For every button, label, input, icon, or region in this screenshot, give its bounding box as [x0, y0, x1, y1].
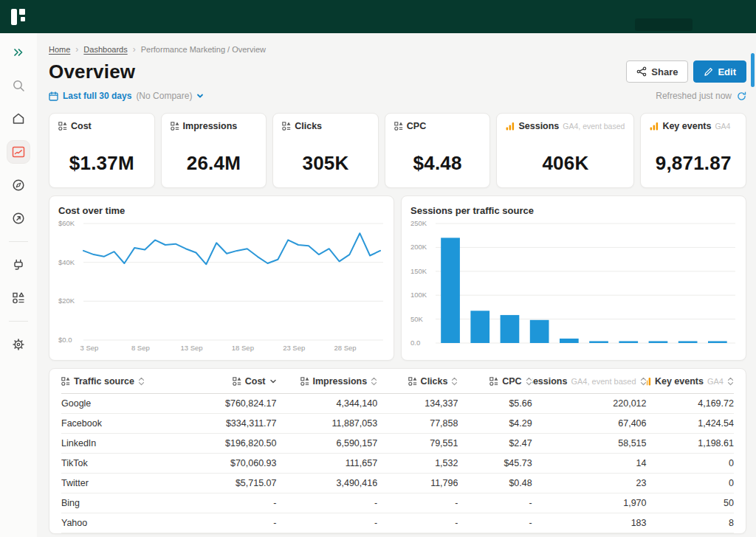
app-window: Home › Dashboards › Performance Marketin…	[0, 0, 756, 537]
column-header-cpc[interactable]: CPC	[458, 376, 532, 387]
plug-icon	[11, 257, 26, 272]
sidebar-item-chart-trend[interactable]	[7, 140, 30, 164]
line-chart-plot: $0.0$20K$40K$60K3 Sep8 Sep13 Sep18 Sep23…	[58, 218, 385, 353]
cell-impressions: 4,344,140	[277, 398, 378, 409]
kpi-card-cost[interactable]: Cost$1.37M	[49, 113, 155, 188]
cell-cpc: -	[458, 498, 532, 508]
column-header-clicks[interactable]: Clicks	[377, 376, 458, 387]
sort-icon	[451, 377, 458, 386]
metric-icon	[408, 377, 417, 386]
table-row-bing[interactable]: Bing----1,97050	[61, 493, 734, 513]
cell-sessions: 1,970	[532, 498, 647, 508]
sidebar-item-home[interactable]	[7, 107, 30, 131]
table-row-facebook[interactable]: Facebook$334,311.7711,887,05377,858$4.29…	[61, 414, 734, 434]
chevron-down-icon	[196, 92, 204, 100]
kpi-label: CPC	[407, 121, 426, 131]
cell-cost: $70,060.93	[182, 458, 277, 468]
page-title: Overview	[49, 60, 135, 83]
cell-cpc: -	[458, 518, 532, 528]
sidebar-item-plug[interactable]	[7, 253, 30, 277]
sidebar-item-shapes-list[interactable]	[7, 286, 30, 310]
metric-icon	[171, 122, 179, 131]
kpi-card-impressions[interactable]: Impressions26.4M	[161, 113, 267, 188]
kpi-card-clicks[interactable]: Clicks305K	[272, 113, 379, 188]
metric-icon	[300, 377, 309, 386]
cell-key-events: 50	[647, 498, 734, 508]
table-row-linkedin[interactable]: LinkedIn$196,820.506,590,15779,551$2.475…	[61, 434, 734, 454]
search-icon	[12, 79, 26, 93]
cell-key-events: 0	[647, 478, 734, 488]
table-row-twitter[interactable]: Twitter$5,715.073,490,41611,796$0.48230	[61, 474, 734, 493]
brand-logo[interactable]	[9, 7, 28, 27]
breadcrumb: Home › Dashboards › Performance Marketin…	[49, 44, 746, 55]
cell-impressions: 6,590,157	[277, 438, 378, 448]
breadcrumb-separator: ›	[133, 44, 136, 55]
cell-sessions: 67,406	[532, 418, 647, 429]
sidebar-item-arrow-up-right-circle[interactable]	[7, 207, 30, 230]
table-row-google[interactable]: Google$760,824.174,344,140134,337$5.6622…	[61, 394, 734, 414]
vertical-scrollbar-thumb[interactable]	[751, 53, 755, 87]
svg-text:8 Sep: 8 Sep	[131, 344, 150, 352]
kpi-card-header: Cost	[58, 121, 145, 131]
column-header-key-events[interactable]: Key eventsGA4	[647, 376, 734, 387]
svg-text:100K: 100K	[410, 291, 427, 299]
breadcrumb-home-link[interactable]: Home	[49, 45, 70, 54]
cost-over-time-chart[interactable]: Cost over time $0.0$20K$40K$60K3 Sep8 Se…	[49, 195, 394, 361]
sort-desc-icon	[269, 378, 277, 385]
kpi-label: Clicks	[295, 121, 322, 131]
cell-cpc: $45.73	[458, 458, 532, 468]
traffic-source-cell: LinkedIn	[61, 438, 182, 448]
kpi-card-sessions[interactable]: SessionsGA4, event based406K	[496, 113, 634, 188]
metric-icon	[61, 377, 70, 386]
kpi-source-label: GA4, event based	[563, 122, 625, 131]
svg-text:50K: 50K	[410, 315, 424, 323]
sessions-per-traffic-source-chart[interactable]: Sessions per traffic source 0.050K100K15…	[401, 195, 746, 361]
share-icon	[636, 66, 647, 77]
svg-text:250K: 250K	[410, 219, 427, 227]
column-header-sessions[interactable]: SessionsGA4, event based	[532, 376, 647, 387]
sidebar	[0, 33, 37, 537]
sidebar-item-compass[interactable]	[7, 173, 30, 197]
home-icon	[11, 111, 26, 126]
breadcrumb-dashboards-link[interactable]: Dashboards	[83, 45, 127, 54]
metric-icon	[58, 122, 67, 131]
double-chevron-right-icon	[12, 46, 25, 59]
column-header-impressions[interactable]: Impressions	[277, 376, 378, 387]
cell-clicks: 77,858	[377, 418, 458, 429]
kpi-value: 26.4M	[162, 152, 267, 175]
refresh-icon[interactable]	[737, 91, 746, 101]
table-row-tiktok[interactable]: TikTok$70,060.93111,6571,532$45.73140	[61, 454, 734, 474]
table-header-row: Traffic sourceCostImpressionsClicksCPCSe…	[61, 369, 734, 394]
calendar-icon	[49, 91, 58, 101]
cell-cost: -	[182, 518, 277, 528]
svg-text:$0.0: $0.0	[58, 336, 72, 344]
share-button[interactable]: Share	[626, 60, 688, 83]
sidebar-item-double-chevron-right[interactable]	[7, 41, 30, 64]
cell-clicks: 1,532	[377, 458, 458, 468]
svg-text:$40K: $40K	[58, 258, 75, 266]
cell-cost: $760,824.17	[182, 398, 277, 409]
edit-button[interactable]: Edit	[693, 60, 746, 83]
column-label: Key events	[655, 376, 704, 387]
kpi-label: Key events	[662, 121, 711, 131]
kpi-value: $4.48	[385, 152, 490, 175]
sidebar-item-gear[interactable]	[7, 333, 30, 356]
cell-sessions: 23	[532, 478, 647, 488]
kpi-value: 9,871.87	[641, 152, 746, 175]
svg-text:3 Sep: 3 Sep	[80, 344, 99, 352]
sidebar-item-search[interactable]	[7, 74, 30, 97]
cell-cpc: $4.29	[458, 418, 532, 429]
kpi-card-header: Clicks	[282, 121, 369, 131]
column-header-traffic-source[interactable]: Traffic source	[61, 376, 182, 387]
column-label: CPC	[502, 376, 521, 387]
table-row-yahoo[interactable]: Yahoo----1838	[61, 513, 734, 533]
kpi-label: Cost	[71, 121, 92, 131]
sort-icon	[727, 377, 734, 386]
sort-icon	[371, 377, 377, 386]
cell-impressions: -	[277, 498, 378, 508]
kpi-card-key-events[interactable]: Key eventsGA49,871.87	[640, 113, 746, 188]
kpi-card-cpc[interactable]: CPC$4.48	[385, 113, 491, 188]
traffic-source-cell: Google	[61, 398, 182, 409]
date-range-filter[interactable]: Last full 30 days (No Compare)	[49, 91, 204, 101]
column-header-cost[interactable]: Cost	[182, 376, 277, 387]
